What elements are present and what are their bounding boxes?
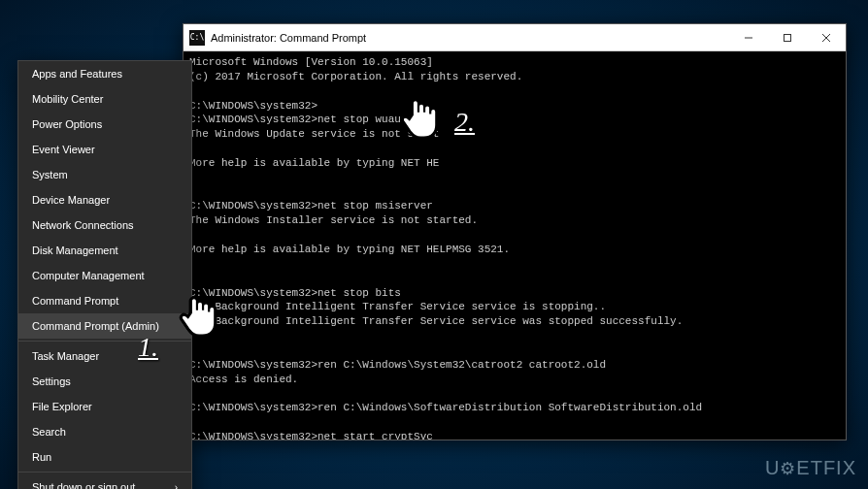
- menu-item-search[interactable]: Search: [18, 419, 191, 444]
- window-titlebar[interactable]: C:\ Administrator: Command Prompt: [184, 24, 846, 51]
- minimize-button[interactable]: [729, 24, 768, 51]
- menu-item-file-explorer[interactable]: File Explorer: [18, 394, 191, 419]
- terminal-body[interactable]: Microsoft Windows [Version 10.0.15063] (…: [184, 51, 846, 440]
- cmd-icon: C:\: [189, 30, 205, 46]
- menu-item-disk-management[interactable]: Disk Management: [18, 238, 191, 263]
- command-prompt-window: C:\ Administrator: Command Prompt Micros…: [183, 23, 847, 440]
- winx-context-menu: Apps and Features Mobility Center Power …: [17, 60, 192, 489]
- close-button[interactable]: [807, 24, 846, 51]
- menu-item-power-options[interactable]: Power Options: [18, 112, 191, 137]
- menu-item-run[interactable]: Run: [18, 444, 191, 470]
- gear-icon: ⚙: [780, 458, 796, 479]
- menu-item-network-connections[interactable]: Network Connections: [18, 212, 191, 238]
- menu-separator: [18, 472, 191, 473]
- menu-item-command-prompt-admin[interactable]: Command Prompt (Admin): [18, 313, 191, 339]
- menu-item-mobility-center[interactable]: Mobility Center: [18, 86, 191, 112]
- window-title: Administrator: Command Prompt: [211, 32, 729, 44]
- step-label-1: 1.: [138, 332, 158, 363]
- maximize-icon: [783, 33, 792, 43]
- close-icon: [821, 33, 831, 43]
- minimize-icon: [744, 33, 753, 43]
- menu-item-task-manager[interactable]: Task Manager: [18, 343, 191, 369]
- menu-separator: [18, 341, 191, 342]
- menu-item-computer-management[interactable]: Computer Management: [18, 263, 191, 288]
- maximize-button[interactable]: [768, 24, 807, 51]
- chevron-right-icon: ›: [175, 482, 178, 490]
- menu-item-device-manager[interactable]: Device Manager: [18, 187, 191, 212]
- watermark: U⚙ETFIX: [765, 457, 856, 479]
- step-label-2: 2.: [454, 107, 475, 138]
- svg-rect-1: [785, 34, 791, 41]
- menu-item-apps-features[interactable]: Apps and Features: [18, 61, 191, 86]
- window-controls: [729, 24, 846, 51]
- menu-item-event-viewer[interactable]: Event Viewer: [18, 137, 191, 162]
- menu-item-system[interactable]: System: [18, 162, 191, 187]
- menu-item-command-prompt[interactable]: Command Prompt: [18, 288, 191, 313]
- menu-item-settings[interactable]: Settings: [18, 369, 191, 394]
- menu-item-shutdown[interactable]: Shut down or sign out ›: [18, 474, 191, 489]
